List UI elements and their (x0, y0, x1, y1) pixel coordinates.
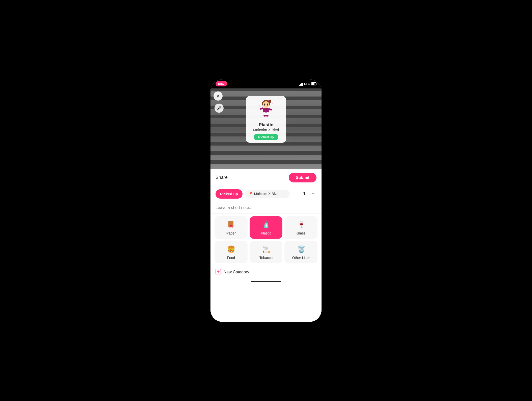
quantity-minus-button[interactable]: - (292, 190, 299, 197)
category-label-tobacco: Tobacco (259, 256, 273, 260)
category-label-other-litter: Other Litter (292, 256, 310, 260)
category-emoji-plastic: 🧴 (262, 220, 270, 230)
picked-up-overlay-badge: Picked up (254, 134, 278, 140)
note-input[interactable] (210, 202, 322, 214)
svg-text:🗑️: 🗑️ (297, 245, 305, 253)
character-card: ✦ ✦ Plastic Malcolm X Blvd Picked up (246, 96, 286, 143)
category-emoji-glass: 🍷 (297, 220, 305, 230)
phone-frame: 5:57 LTE BELL ✕ 🎤 (210, 79, 322, 322)
mic-button[interactable]: 🎤 (215, 104, 224, 113)
category-item-tobacco[interactable]: 🚬 Tobacco (250, 241, 283, 263)
category-label-plastic: Plastic (261, 231, 271, 235)
home-indicator (210, 279, 322, 285)
picked-up-button[interactable]: Picked up (216, 189, 243, 199)
category-item-other-litter[interactable]: 🗑️ Other Litter (284, 241, 317, 263)
category-grid: 🎀 Paper 🧴 Plastic 🍷 Glass 🍔 Food 🚬 Tobac… (215, 216, 317, 263)
signal-bar-2 (300, 84, 301, 86)
category-item-plastic[interactable]: 🧴 Plastic (250, 216, 283, 239)
category-item-glass[interactable]: 🍷 Glass (284, 216, 317, 239)
character-title: Plastic (259, 122, 273, 128)
svg-rect-17 (229, 223, 232, 223)
close-button[interactable]: ✕ (214, 91, 223, 101)
category-section: 🎀 Paper 🧴 Plastic 🍷 Glass 🍔 Food 🚬 Tobac… (210, 214, 322, 266)
svg-rect-6 (263, 108, 269, 113)
svg-point-12 (266, 115, 269, 116)
home-bar (251, 281, 281, 282)
location-text: Malcolm X Blvd (254, 192, 278, 196)
character-svg: ✦ ✦ (257, 99, 275, 119)
svg-rect-7 (260, 107, 263, 110)
category-item-paper[interactable]: 🎀 Paper (215, 216, 248, 239)
svg-rect-8 (268, 108, 272, 111)
svg-rect-16 (229, 222, 233, 222)
carrier-label: LTE (304, 82, 310, 86)
status-icons: LTE (299, 82, 316, 86)
svg-text:✦: ✦ (271, 102, 273, 105)
svg-point-11 (263, 115, 266, 116)
svg-text:🧴: 🧴 (262, 221, 270, 228)
character-location: Malcolm X Blvd (253, 128, 279, 132)
location-pin-icon: 📍 (249, 192, 253, 196)
category-label-glass: Glass (297, 231, 306, 235)
category-label-food: Food (227, 256, 235, 260)
submit-button[interactable]: Submit (289, 173, 316, 182)
svg-text:🍔: 🍔 (227, 245, 235, 253)
svg-text:🚬: 🚬 (262, 245, 270, 253)
controls-row: Picked up 📍 Malcolm X Blvd - 1 + (210, 186, 322, 202)
signal-bars-icon (299, 82, 303, 86)
status-bar: 5:57 LTE (210, 79, 322, 88)
svg-point-3 (263, 101, 269, 108)
quantity-controls: - 1 + (292, 190, 316, 197)
new-category-label: New Category (224, 270, 249, 274)
category-label-paper: Paper (226, 231, 236, 235)
svg-point-2 (268, 100, 270, 102)
svg-text:🍷: 🍷 (297, 221, 305, 228)
status-time: 5:57 (216, 81, 227, 86)
signal-bar-3 (301, 83, 302, 86)
svg-text:🎀: 🎀 (229, 224, 233, 228)
photo-area: BELL ✕ 🎤 (210, 88, 322, 169)
category-emoji-paper: 🎀 (227, 220, 235, 230)
category-emoji-other-litter: 🗑️ (297, 244, 305, 255)
signal-bar-4 (302, 83, 303, 86)
action-bar: Share Submit (210, 169, 322, 186)
battery-fill (311, 83, 314, 85)
battery-icon (311, 82, 316, 85)
svg-point-4 (264, 103, 265, 105)
new-category-row[interactable]: New Category (210, 266, 322, 279)
bottom-panel: Share Submit Picked up 📍 Malcolm X Blvd … (210, 169, 322, 322)
signal-bar-1 (299, 85, 300, 86)
quantity-value: 1 (302, 191, 307, 197)
character-illustration: ✦ ✦ (257, 99, 275, 121)
category-emoji-food: 🍔 (227, 244, 235, 255)
location-pill[interactable]: 📍 Malcolm X Blvd (245, 190, 290, 198)
svg-text:✦: ✦ (258, 105, 260, 107)
svg-point-5 (267, 103, 268, 105)
quantity-plus-button[interactable]: + (309, 190, 316, 197)
category-item-food[interactable]: 🍔 Food (215, 241, 248, 263)
share-label: Share (216, 175, 228, 180)
new-category-icon (216, 269, 221, 276)
category-emoji-tobacco: 🚬 (262, 244, 270, 255)
